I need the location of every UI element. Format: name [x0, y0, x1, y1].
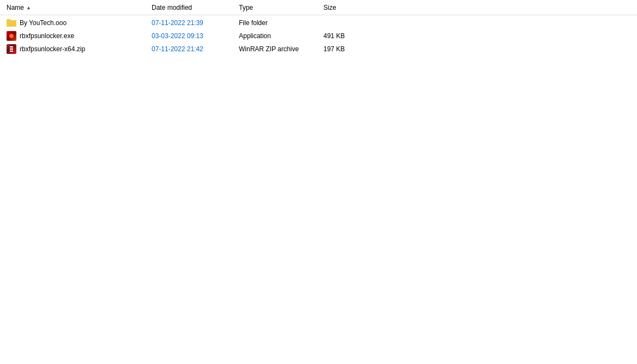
col-size-label: Size [323, 4, 336, 11]
file-date-cell: 03-03-2022 09:13 [147, 32, 235, 40]
file-date-cell: 07-11-2022 21:39 [147, 19, 235, 27]
col-header-type[interactable]: Type [235, 4, 319, 11]
column-headers: Name ▲ Date modified Type Size [0, 0, 637, 15]
exe-icon [7, 31, 16, 41]
sort-arrow-name: ▲ [26, 5, 31, 10]
file-list: By YouTech.ooo 07-11-2022 21:39 File fol… [0, 15, 637, 56]
col-header-size[interactable]: Size [319, 4, 363, 11]
file-explorer: Name ▲ Date modified Type Size By YouTec… [0, 0, 637, 364]
col-name-label: Name [7, 4, 24, 11]
col-header-date[interactable]: Date modified [147, 4, 235, 11]
col-type-label: Type [239, 4, 253, 11]
file-type-cell: File folder [235, 19, 319, 27]
file-name-text: rbxfpsunlocker-x64.zip [20, 45, 85, 53]
zip-icon [7, 44, 16, 54]
file-name-cell: rbxfpsunlocker-x64.zip [0, 44, 147, 54]
file-name-cell: By YouTech.ooo [0, 19, 147, 27]
col-date-label: Date modified [152, 4, 192, 11]
file-date-cell: 07-11-2022 21:42 [147, 45, 235, 53]
file-name-text: By YouTech.ooo [20, 19, 67, 27]
file-size-cell: 491 KB [319, 32, 363, 40]
table-row[interactable]: rbxfpsunlocker-x64.zip 07-11-2022 21:42 … [0, 43, 637, 56]
file-type-cell: WinRAR ZIP archive [235, 45, 319, 53]
file-name-text: rbxfpsunlocker.exe [20, 32, 74, 40]
file-type-cell: Application [235, 32, 319, 40]
table-row[interactable]: rbxfpsunlocker.exe 03-03-2022 09:13 Appl… [0, 29, 637, 43]
file-size-cell: 197 KB [319, 45, 363, 53]
file-name-cell: rbxfpsunlocker.exe [0, 31, 147, 41]
folder-icon [7, 19, 16, 27]
col-header-name[interactable]: Name ▲ [0, 4, 147, 11]
table-row[interactable]: By YouTech.ooo 07-11-2022 21:39 File fol… [0, 16, 637, 29]
